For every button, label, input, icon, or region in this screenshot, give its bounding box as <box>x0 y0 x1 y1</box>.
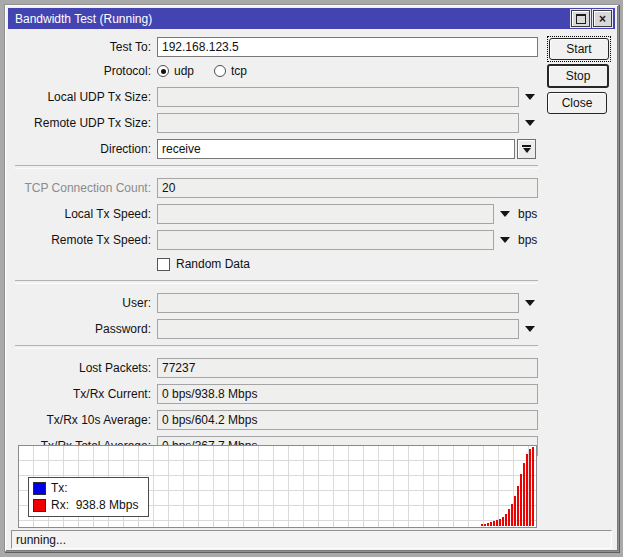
tcp-connection-count-label: TCP Connection Count: <box>13 181 157 195</box>
tcp-connection-count-input[interactable] <box>157 178 538 198</box>
protocol-tcp-label: tcp <box>231 64 247 78</box>
local-udp-tx-size-input[interactable] <box>157 87 519 107</box>
close-window-button[interactable]: × <box>593 10 612 27</box>
protocol-udp-label: udp <box>174 64 194 78</box>
combo-arrow-icon <box>523 148 531 153</box>
user-label: User: <box>13 296 157 310</box>
maximize-button[interactable] <box>571 10 590 27</box>
remote-udp-tx-size-row: Remote UDP Tx Size: <box>13 113 540 133</box>
tx-color-swatch <box>33 482 46 495</box>
protocol-option-tcp[interactable]: tcp <box>214 64 247 78</box>
local-udp-tx-size-row: Local UDP Tx Size: <box>13 87 540 107</box>
separator <box>15 345 538 349</box>
txrx-10s-average-row: Tx/Rx 10s Average: <box>13 410 540 430</box>
legend-rx-label: Rx: 938.8 Mbps <box>51 498 138 512</box>
direction-input[interactable] <box>157 139 515 159</box>
direction-label: Direction: <box>13 142 157 156</box>
close-button[interactable]: Close <box>547 92 607 114</box>
separator <box>15 280 538 284</box>
throughput-chart: Tx: Rx: 938.8 Mbps <box>18 445 537 528</box>
status-text: running... <box>16 533 66 547</box>
close-icon: × <box>599 14 606 24</box>
dropdown-arrow-icon[interactable] <box>525 94 535 100</box>
remote-udp-tx-size-label: Remote UDP Tx Size: <box>13 116 157 130</box>
dropdown-arrow-icon[interactable] <box>500 237 510 243</box>
form-area: Test To: Protocol: udp tcp Local <box>13 37 540 462</box>
dropdown-arrow-icon[interactable] <box>525 326 535 332</box>
test-to-label: Test To: <box>13 40 157 54</box>
separator <box>15 165 538 169</box>
random-data-checkbox-group[interactable]: Random Data <box>157 257 540 271</box>
tcp-connection-count-row: TCP Connection Count: <box>13 178 540 198</box>
txrx-10s-average-label: Tx/Rx 10s Average: <box>13 413 157 427</box>
lost-packets-value <box>157 358 538 378</box>
dropdown-arrow-icon[interactable] <box>525 120 535 126</box>
protocol-option-udp[interactable]: udp <box>157 64 194 78</box>
remote-tx-speed-label: Remote Tx Speed: <box>13 233 157 247</box>
maximize-icon <box>576 14 586 24</box>
password-label: Password: <box>13 322 157 336</box>
txrx-current-row: Tx/Rx Current: <box>13 384 540 404</box>
random-data-label: Random Data <box>176 257 250 271</box>
lost-packets-label: Lost Packets: <box>13 361 157 375</box>
password-input[interactable] <box>157 319 519 339</box>
lost-packets-row: Lost Packets: <box>13 358 540 378</box>
checkbox-unchecked-icon[interactable] <box>157 258 170 271</box>
radio-selected-icon <box>157 65 169 77</box>
test-to-row: Test To: <box>13 37 540 57</box>
legend-tx-row: Tx: <box>33 481 138 495</box>
bandwidth-test-window: Bandwidth Test (Running) × Test To: Prot… <box>4 4 619 552</box>
local-tx-speed-label: Local Tx Speed: <box>13 207 157 221</box>
remote-tx-speed-input[interactable] <box>157 230 494 250</box>
button-column: Start Stop Close <box>547 36 611 114</box>
window-title: Bandwidth Test (Running) <box>15 12 571 26</box>
title-bar[interactable]: Bandwidth Test (Running) × <box>8 8 615 29</box>
stop-button[interactable]: Stop <box>547 64 609 88</box>
legend-rx-row: Rx: 938.8 Mbps <box>33 498 138 512</box>
protocol-label: Protocol: <box>13 64 157 78</box>
chart-legend: Tx: Rx: 938.8 Mbps <box>28 477 149 517</box>
user-row: User: <box>13 293 540 313</box>
remote-tx-speed-row: Remote Tx Speed: bps <box>13 230 540 250</box>
rx-bars <box>481 447 534 526</box>
desktop-background: Bandwidth Test (Running) × Test To: Prot… <box>0 0 623 557</box>
user-input[interactable] <box>157 293 519 313</box>
start-button-focus-ring: Start <box>547 36 611 62</box>
legend-tx-label: Tx: <box>51 481 68 495</box>
local-udp-tx-size-label: Local UDP Tx Size: <box>13 90 157 104</box>
random-data-row: Random Data <box>13 256 540 272</box>
dropdown-arrow-icon[interactable] <box>525 300 535 306</box>
dropdown-arrow-icon[interactable] <box>500 211 510 217</box>
rx-color-swatch <box>33 499 46 512</box>
txrx-10s-average-value <box>157 410 538 430</box>
direction-row: Direction: <box>13 139 540 159</box>
txrx-current-label: Tx/Rx Current: <box>13 387 157 401</box>
direction-dropdown-button[interactable] <box>517 139 536 159</box>
combo-bar-icon <box>522 145 531 147</box>
start-button[interactable]: Start <box>549 38 609 60</box>
test-to-input[interactable] <box>157 37 538 57</box>
password-row: Password: <box>13 319 540 339</box>
local-tx-speed-unit: bps <box>518 207 537 221</box>
status-bar: running... <box>11 530 612 549</box>
local-tx-speed-row: Local Tx Speed: bps <box>13 204 540 224</box>
radio-unselected-icon <box>214 65 226 77</box>
local-tx-speed-input[interactable] <box>157 204 494 224</box>
remote-udp-tx-size-input[interactable] <box>157 113 519 133</box>
remote-tx-speed-unit: bps <box>518 233 537 247</box>
protocol-row: Protocol: udp tcp <box>13 63 540 79</box>
txrx-current-value <box>157 384 538 404</box>
